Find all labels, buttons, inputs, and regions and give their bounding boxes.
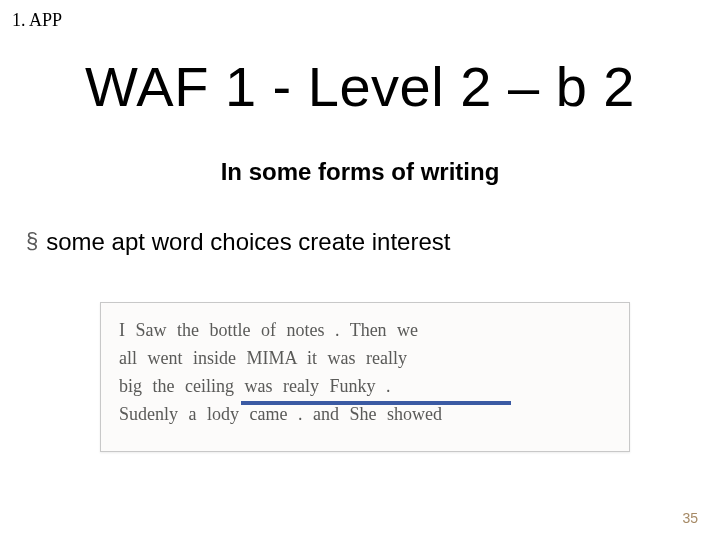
bullet-text: some apt word choices create interest (46, 228, 450, 257)
underline-bar (241, 401, 511, 405)
header-label: 1. APP (12, 10, 62, 31)
handwriting-line: big the ceiling was realy Funky . (119, 373, 613, 401)
handwriting-line: I Saw the bottle of notes . Then we (119, 317, 613, 345)
handwriting-line: all went inside MIMA it was really (119, 345, 613, 373)
handwriting-sample: I Saw the bottle of notes . Then we all … (100, 302, 630, 452)
bullet-mark-icon: § (26, 228, 38, 254)
bullet-item: § some apt word choices create interest (26, 228, 450, 257)
slide-subtitle: In some forms of writing (0, 158, 720, 186)
slide-title: WAF 1 - Level 2 – b 2 (0, 54, 720, 119)
page-number: 35 (682, 510, 698, 526)
slide: 1. APP WAF 1 - Level 2 – b 2 In some for… (0, 0, 720, 540)
